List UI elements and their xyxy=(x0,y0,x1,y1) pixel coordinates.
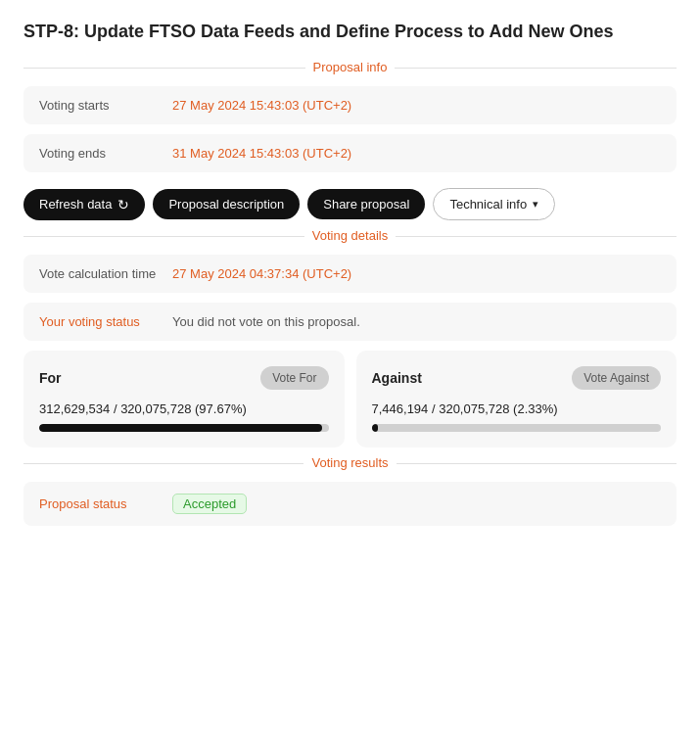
voting-ends-label: Voting ends xyxy=(39,146,157,161)
vote-against-button[interactable]: Vote Against xyxy=(572,366,661,390)
voting-ends-row: Voting ends 31 May 2024 15:43:03 (UTC+2) xyxy=(23,134,677,172)
vote-calc-label: Vote calculation time xyxy=(39,266,157,281)
proposal-info-label: Proposal info xyxy=(23,60,677,74)
vote-for-title: For xyxy=(39,370,62,386)
vote-for-numbers: 312,629,534 / 320,075,728 (97.67%) xyxy=(39,401,329,416)
voting-status-row: Your voting status You did not vote on t… xyxy=(23,303,677,341)
vote-against-title: Against xyxy=(372,370,422,386)
refresh-data-label: Refresh data xyxy=(39,197,112,212)
action-buttons-row: Refresh data ↻ Proposal description Shar… xyxy=(23,188,677,220)
vote-calc-row: Vote calculation time 27 May 2024 04:37:… xyxy=(23,255,677,293)
proposal-description-button[interactable]: Proposal description xyxy=(153,189,300,219)
vote-cards-container: For Vote For 312,629,534 / 320,075,728 (… xyxy=(23,351,677,448)
status-badge: Accepted xyxy=(172,494,247,514)
technical-info-button[interactable]: Technical info ▾ xyxy=(433,188,555,220)
proposal-info-section: Proposal info Voting starts 27 May 2024 … xyxy=(23,68,677,172)
vote-for-header: For Vote For xyxy=(39,366,329,390)
voting-details-label: Voting details xyxy=(23,228,677,243)
refresh-icon: ↻ xyxy=(117,197,129,212)
page-title: STP-8: Update FTSO Data Feeds and Define… xyxy=(23,20,677,44)
voting-ends-value: 31 May 2024 15:43:03 (UTC+2) xyxy=(172,146,351,161)
vote-calc-value: 27 May 2024 04:37:34 (UTC+2) xyxy=(172,266,351,281)
voting-details-section: Voting details Vote calculation time 27 … xyxy=(23,236,677,448)
vote-for-card: For Vote For 312,629,534 / 320,075,728 (… xyxy=(23,351,345,448)
chevron-down-icon: ▾ xyxy=(533,198,538,211)
technical-info-label: Technical info xyxy=(449,197,527,212)
voting-results-section: Voting results Proposal status Accepted xyxy=(23,463,677,526)
vote-for-button-label: Vote For xyxy=(272,371,316,385)
share-proposal-button[interactable]: Share proposal xyxy=(307,189,425,219)
vote-for-progress-fill xyxy=(39,424,322,432)
voting-starts-label: Voting starts xyxy=(39,98,157,113)
voting-starts-value: 27 May 2024 15:43:03 (UTC+2) xyxy=(172,98,351,113)
vote-against-card: Against Vote Against 7,446,194 / 320,075… xyxy=(356,351,677,448)
vote-against-progress-fill xyxy=(372,424,379,432)
share-proposal-label: Share proposal xyxy=(323,197,409,212)
refresh-data-button[interactable]: Refresh data ↻ xyxy=(23,189,145,220)
voting-starts-row: Voting starts 27 May 2024 15:43:03 (UTC+… xyxy=(23,86,677,124)
vote-against-button-label: Vote Against xyxy=(583,371,649,385)
vote-for-progress-bg xyxy=(39,424,329,432)
vote-against-header: Against Vote Against xyxy=(372,366,662,390)
vote-for-button[interactable]: Vote For xyxy=(260,366,328,390)
vote-against-progress-bg xyxy=(372,424,662,432)
vote-against-numbers: 7,446,194 / 320,075,728 (2.33%) xyxy=(372,401,662,416)
voting-status-label: Your voting status xyxy=(39,314,157,329)
proposal-description-label: Proposal description xyxy=(168,197,284,212)
proposal-status-label: Proposal status xyxy=(39,496,157,511)
proposal-status-row: Proposal status Accepted xyxy=(23,482,677,526)
voting-status-value: You did not vote on this proposal. xyxy=(172,314,360,329)
voting-results-label: Voting results xyxy=(23,455,677,470)
